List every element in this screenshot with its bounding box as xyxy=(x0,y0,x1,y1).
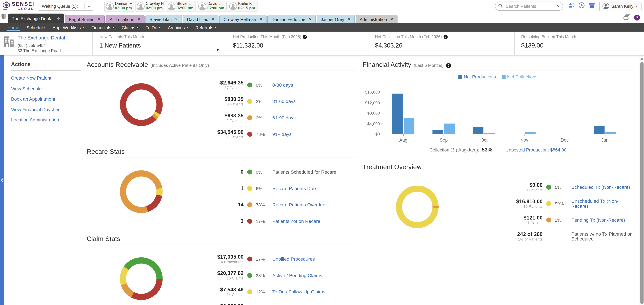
legend-link-scheduled-tx-non-recare[interactable]: Scheduled Tx (Non-Recare) xyxy=(571,185,633,190)
legend-link-active-pending-claims[interactable]: Active / Pending Claims xyxy=(272,273,325,278)
close-icon[interactable]: ✕ xyxy=(138,17,140,21)
legend-value: $6,250.00 xyxy=(198,303,244,305)
tab-stevie-lilac[interactable]: Stevie Lilac✕ xyxy=(145,15,182,23)
action-link-create-new-patient[interactable]: Create New Patient xyxy=(11,76,81,80)
legend-link-patients-not-on-recare[interactable]: Patients not on Recare xyxy=(272,219,336,224)
legend-value: 0 xyxy=(198,169,244,175)
window-manager-icon[interactable] xyxy=(624,14,630,21)
legend-link-unscheduled-tx-non-recare[interactable]: Unscheduled Tx (Non-Recare) xyxy=(571,199,633,209)
legend-color-dot xyxy=(247,186,252,191)
action-link-view-schedule[interactable]: View Schedule xyxy=(11,86,81,91)
queue-patient-card[interactable]: Stevie L02:00 pm xyxy=(166,1,196,12)
close-icon[interactable]: ✕ xyxy=(348,17,350,21)
legend-color-dot xyxy=(546,201,551,206)
legend-color-dot xyxy=(247,257,252,261)
tab-crowley-hellman[interactable]: Crowley Hellman✕ xyxy=(220,15,267,23)
chevron-left-icon xyxy=(0,178,4,183)
nav-item-referrals[interactable]: Referrals▾ xyxy=(192,23,220,31)
patient-flow-icon[interactable] xyxy=(568,2,575,10)
brand-name: SENSEI xyxy=(12,2,34,7)
vertical-scrollbar[interactable] xyxy=(638,55,644,305)
waiting-queue-dropdown[interactable]: Waiting Queue (5): xyxy=(38,2,93,11)
tab-jasper-grey[interactable]: Jasper Grey✕ xyxy=(316,15,355,23)
tab-the-exchange-dental[interactable]: The Exchange Dental+ xyxy=(8,13,64,23)
legend-link-unbilled-procedures[interactable]: Unbilled Procedures xyxy=(272,257,325,261)
bar-net-productions-aug xyxy=(392,94,403,134)
legend-link-61-90-days[interactable]: 61-90 days xyxy=(272,115,296,120)
legend-subvalue: 3 Patients xyxy=(198,102,244,107)
legend-row: $683.352 Patients2%61-90 days xyxy=(198,112,296,123)
legend-percent: 78% xyxy=(256,132,272,137)
tab-administration[interactable]: Administration✕ xyxy=(356,15,398,23)
question-icon[interactable]: ? xyxy=(303,35,307,39)
tab-bright-smiles[interactable]: Bright Smiles✕ xyxy=(65,15,105,23)
waiting-queue-label: Waiting Queue (5): xyxy=(42,4,78,8)
legend-percent: 33% xyxy=(256,273,272,278)
legend-link-to-do-follow-up-claims[interactable]: To Do / Follow Up Claims xyxy=(272,289,325,294)
legend-swatch xyxy=(502,75,506,79)
legend-link-pending-tx-non-recare[interactable]: Pending Tx (Non-Recare) xyxy=(571,218,633,222)
tab-david-lilac[interactable]: David Lilac✕ xyxy=(183,15,218,23)
close-icon[interactable]: ✕ xyxy=(390,17,393,21)
search-input[interactable] xyxy=(505,3,554,9)
legend-link-recare-patients-due[interactable]: Recare Patients Due xyxy=(272,186,336,191)
tab-damian-fettucine[interactable]: Damian Fettucine✕ xyxy=(268,15,316,23)
stat-remaining-booked: Remaining Booked This Month $139.00 xyxy=(514,31,644,55)
question-icon[interactable]: ? xyxy=(444,35,448,39)
chevron-down-icon[interactable]: ▼ xyxy=(216,48,219,52)
legend-item-net-productions: Net Productions xyxy=(458,74,496,79)
queue-patient-card[interactable]: David L02:00 pm xyxy=(197,1,226,12)
clock-icon[interactable] xyxy=(578,2,585,10)
legend-color-dot xyxy=(247,82,252,87)
action-link-location-administration[interactable]: Location Administration xyxy=(11,117,81,122)
tab-all-locations[interactable]: All Locations✕ xyxy=(106,15,144,23)
clear-search-icon[interactable]: ✕ xyxy=(556,4,560,8)
legend-value: $20,377.82 xyxy=(198,270,244,276)
nav-item-financials[interactable]: Financials▾ xyxy=(88,23,118,31)
nav-item-schedule[interactable]: Schedule xyxy=(23,23,49,31)
y-axis-tick: $0 xyxy=(363,132,380,136)
legend-value: $7,543.46 xyxy=(198,286,244,293)
close-icon[interactable]: ✕ xyxy=(260,17,262,21)
legend-color-dot xyxy=(247,289,252,294)
nav-item-archives[interactable]: Archives▾ xyxy=(164,23,192,31)
queue-patient-card[interactable]: Karlie K02:15 pm xyxy=(228,1,258,12)
location-name-link[interactable]: The Exchange Dental xyxy=(18,35,65,41)
treatment-donut-chart xyxy=(396,186,439,228)
scrollbar-thumb[interactable] xyxy=(640,62,644,304)
user-menu[interactable]: Sarah Kelly ▼ xyxy=(599,1,642,11)
action-link-view-financial-daysheet[interactable]: View Financial Daysheet xyxy=(11,107,81,112)
archive-icon[interactable] xyxy=(589,2,595,10)
legend-row: $17,095.0014 Procedures27%Unbilled Proce… xyxy=(198,253,325,265)
add-tab-icon[interactable]: + xyxy=(57,16,60,21)
nav-item-home[interactable]: Home xyxy=(4,23,23,31)
sidebar-collapse-handle[interactable] xyxy=(0,55,4,305)
location-header: The Exchange Dental (654) 555-5454 33 Th… xyxy=(0,31,644,55)
stat-label: Net Production This Month (Feb 2026) xyxy=(233,34,301,39)
legend-link-31-60-days[interactable]: 31-60 days xyxy=(272,99,296,104)
legend-link-91-days[interactable]: 91+ days xyxy=(272,132,296,137)
question-icon[interactable]: ? xyxy=(446,63,451,68)
financial-activity-bar-chart: Net ProductionsNet Collections$0$4,000$8… xyxy=(363,73,634,142)
unposted-production-link[interactable]: Unposted Production: $864.00 xyxy=(506,147,566,152)
close-icon[interactable]: ✕ xyxy=(308,17,312,21)
sidebar-title: Actions xyxy=(11,61,81,67)
queue-patient-name: Karlie K xyxy=(238,2,255,6)
queue-patient-card[interactable]: Damian F02:00 pm xyxy=(104,1,134,12)
nav-item-claims[interactable]: Claims▾ xyxy=(118,23,142,31)
action-link-book-an-appointment[interactable]: Book an Appointment xyxy=(11,96,81,101)
close-icon[interactable]: ✕ xyxy=(212,17,214,21)
stat-value: 1 New Patients xyxy=(99,42,226,49)
close-icon[interactable]: ✕ xyxy=(175,17,178,21)
nav-item-to-do[interactable]: To Do▾ xyxy=(142,23,164,31)
help-icon[interactable]: ? xyxy=(634,15,640,20)
queue-patient-card[interactable]: Crowley H02:00 pm xyxy=(135,1,165,12)
nav-item-appt-worklists[interactable]: Appt Worklists▾ xyxy=(49,23,88,31)
legend-link-0-30-days[interactable]: 0-30 days xyxy=(272,82,296,87)
tab-label: Administration xyxy=(360,17,387,21)
close-icon[interactable]: ✕ xyxy=(98,17,100,21)
scroll-up-icon[interactable] xyxy=(640,57,644,60)
legend-link-recare-patients-overdue[interactable]: Recare Patients Overdue xyxy=(272,202,336,207)
collection-pct-label: Collection % ( Aug-Jan ): xyxy=(430,147,479,152)
y-axis-tick: $12,000 xyxy=(363,100,380,105)
